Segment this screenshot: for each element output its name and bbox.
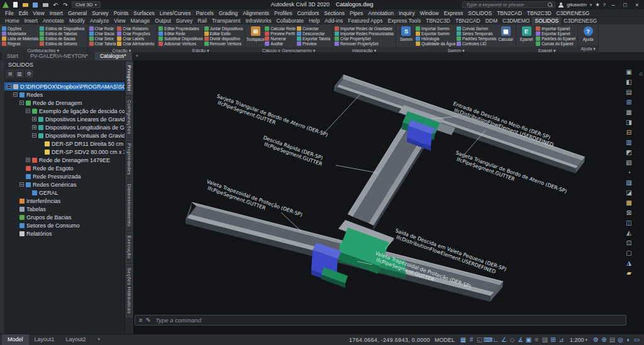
tree-item-rede-pressurizada[interactable]: −Rede Pressurizada [4, 172, 125, 180]
new-file-icon[interactable] [11, 1, 19, 9]
ribbon-tab-rail[interactable]: Rail [195, 17, 209, 25]
editar-propriedades-button[interactable]: Editar Propriedades [158, 26, 203, 31]
modelador-button[interactable]: Modelador [2, 31, 38, 36]
canvas-tool-5-icon[interactable]: ▦ [625, 108, 634, 117]
canvas-tool-3-icon[interactable]: ▤ [625, 88, 634, 97]
tree-item-rede-de-esgoto[interactable]: −Rede de Esgoto [4, 164, 125, 172]
importar-swmm-button[interactable]: Importar Swmm [416, 26, 455, 31]
menu-express[interactable]: Express [441, 9, 466, 17]
tree-item-der-sp-dr11-direita-50-cm[interactable]: −DER-SP DR11 Direita 50 cm [4, 140, 125, 148]
curvas-swmm-button[interactable]: Curvas Swmm [457, 26, 496, 31]
juntar-dispositivos-button[interactable]: Juntar Dispositivos [204, 26, 243, 31]
estilos-de-dispositivos-button[interactable]: Estilos de Dispositivos [40, 26, 84, 31]
snap-mode-icon[interactable]: # [467, 336, 475, 343]
ribbon-tab-featured-apps[interactable]: Featured Apps [345, 17, 385, 25]
canvas-tool-16-icon[interactable]: ◫ [625, 219, 634, 227]
canvas-tool-17-icon[interactable]: ◭ [625, 229, 634, 238]
substituir-dispositivos-button[interactable]: Substituir Dispositivos [158, 36, 203, 41]
ribbon-tab-annotate[interactable]: Annotate [40, 17, 67, 25]
palette-settings-icon[interactable]: ⚙ [25, 70, 33, 77]
remover-propertyset-button[interactable]: Remover PropertySet [335, 41, 394, 46]
canvas-tool-19-icon[interactable]: ▢ [625, 249, 634, 258]
doc-tab-start[interactable]: Start [1, 52, 24, 60]
criar-relat-rio-button[interactable]: Criar Relatório [117, 26, 154, 31]
curvas-do-epanet-button[interactable]: Curvas do Epanet [536, 41, 575, 46]
ribbon-tab-modify[interactable]: Modify [67, 17, 87, 25]
infer-constraints-icon[interactable]: ◱ [475, 336, 484, 343]
doc-tab-pv-galeria-neyton[interactable]: PV-GALERIA-NEYTON* [25, 52, 94, 60]
epanet-button[interactable]: EEpanet [518, 25, 535, 47]
canvas-tool-10-icon[interactable]: ▧ [625, 158, 634, 167]
remover-v-rtices-button[interactable]: Remover Vértices [204, 41, 243, 46]
ribbon-tab-express-tools[interactable]: Express Tools [385, 17, 423, 25]
close-button[interactable]: × [633, 2, 641, 8]
canvas-tool-9-icon[interactable]: ◩ [625, 148, 634, 157]
ribbon-tab-c3drenesg[interactable]: C3DRENESG [561, 17, 599, 25]
new-layout-button[interactable]: + [92, 334, 106, 345]
menu-general[interactable]: General [65, 9, 89, 17]
search-icon[interactable] [548, 3, 553, 8]
canvas-tool-11-icon[interactable]: ◔ [625, 168, 634, 177]
transparency-icon[interactable]: ▨ [541, 336, 549, 343]
layout-tab-model[interactable]: Model [2, 334, 29, 345]
help-icon[interactable]: ? [603, 2, 606, 8]
estilos-de-bacias-button[interactable]: Estilos de Bacias [40, 36, 84, 41]
annotation-scale-button[interactable]: 1:200 ▾ [568, 337, 589, 343]
panel-label-ajuda[interactable]: Ajuda ▾ [578, 45, 598, 52]
panel-label-edi-o[interactable]: Edição ▾ [157, 47, 245, 52]
command-customize-icon[interactable]: ≡ [139, 317, 143, 324]
panel-label-epanet[interactable]: Epanet ▾ [516, 47, 577, 52]
menu-file[interactable]: File [3, 9, 16, 17]
conectar-button[interactable]: Conectar [297, 26, 330, 31]
padr-es-do-epanet-button[interactable]: Padrões do Epanet [536, 36, 575, 41]
isolate-objects-icon[interactable]: ◎ [616, 336, 625, 343]
estilos-de-setores-button[interactable]: Estilos de Setores [40, 41, 84, 46]
op-es-button[interactable]: Opções [2, 26, 38, 31]
expander-icon[interactable]: + [32, 125, 36, 129]
ribbon-tab-collaborate[interactable]: Collaborate [274, 17, 306, 25]
palette-refresh-icon[interactable]: ⊞ [6, 70, 14, 77]
tree-item-redes[interactable]: −Redes [4, 90, 125, 99]
panel-label-swmm[interactable]: Swmm ▾ [396, 47, 516, 52]
save-icon[interactable] [31, 1, 39, 9]
tree-item-rede-de-drenagem-1479ee[interactable]: +Rede de Drenagem 1479EE [4, 156, 125, 164]
estilos-de-tabelas-button[interactable]: Estilos de Tabelas [40, 31, 84, 36]
canvas-tool-18-icon[interactable]: ⊡ [625, 239, 634, 248]
canvas-tool-12-icon[interactable]: ▨ [625, 178, 634, 187]
ribbon-tab-c3dmemo[interactable]: C3DMEMO [500, 17, 532, 25]
clean-screen-icon[interactable]: ▭ [633, 336, 641, 343]
expander-icon[interactable]: + [32, 117, 36, 121]
quick-properties-icon[interactable]: ▤ [608, 336, 616, 343]
tree-item-rede-de-drenagem[interactable]: −Rede de Drenagem [4, 99, 125, 107]
expander-icon[interactable]: − [13, 92, 18, 97]
palette-tab-execu-o[interactable]: Execução [126, 232, 133, 263]
ribbon-tab-tbn2cad[interactable]: TBN2CAD [453, 17, 483, 25]
tree-item-der-sp-sdv2-80-000-cm-x-313-093-cm[interactable]: −DER-SP SDV2 80.000 cm x 313.093 cm [4, 148, 125, 156]
qualidade-da-gua-button[interactable]: Qualidade da Água [416, 41, 455, 46]
criar-propertyset-button[interactable]: Criar PropertySet [335, 36, 394, 41]
expander-icon[interactable]: − [26, 109, 30, 113]
desconectar-button[interactable]: Desconectar [297, 31, 330, 36]
padr-es-temporais-button[interactable]: Padrões Temporais [457, 36, 496, 41]
expander-icon[interactable]: − [7, 84, 11, 89]
tree-item-dispositivos-pontuais-de-gravidade[interactable]: −Dispositivos Pontuais de Gravidade [4, 131, 125, 140]
menu-annotation[interactable]: Annotation [365, 9, 396, 17]
menu-alignments[interactable]: Alignments [240, 9, 272, 17]
editar-estilo-button[interactable]: Editar Estilo [204, 31, 243, 36]
menu-inquiry[interactable]: Inquiry [396, 9, 418, 17]
panel-label-configura-es[interactable]: Configurações ▾ [0, 47, 87, 52]
dividir-dispositivo-button[interactable]: Dividir dispositivo [204, 36, 243, 41]
layout-tab-layout1[interactable]: Layout1 [29, 334, 60, 345]
tree-item-dispositivos-longitudinais-de-gravidade[interactable]: +Dispositivos Longitudinais de Gravidade [4, 123, 125, 131]
adicionar-v-rtices-button[interactable]: Adicionar Vértices [158, 41, 203, 46]
lineweight-icon[interactable]: ≡ [533, 336, 541, 343]
menu-tbn2c3d[interactable]: TBN2C3D [525, 9, 554, 17]
palette-tab-se-es-hidr-ulicas[interactable]: Seções Hidráulicas [126, 264, 133, 317]
dynamic-ucs-icon[interactable]: ⊿ [557, 336, 565, 343]
canvas-tool-13-icon[interactable]: ◪ [625, 189, 634, 197]
tree-item-geral[interactable]: −GERAL [4, 189, 125, 197]
menu-tbn2cad[interactable]: TBN2CAD [494, 9, 525, 17]
exportar-tabela-button[interactable]: Exportar Tabela [297, 36, 330, 41]
workspace-switching-icon[interactable]: ⚙ [592, 336, 600, 343]
user-menu-chevron-icon[interactable]: ▾ [590, 3, 592, 8]
